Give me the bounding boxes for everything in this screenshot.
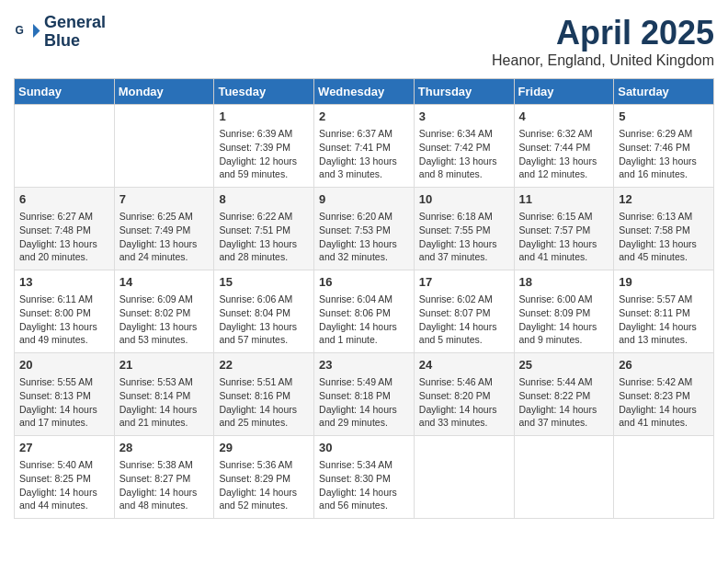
day-number: 14: [119, 274, 210, 291]
day-info: Sunrise: 6:02 AM: [419, 293, 509, 306]
day-number: 2: [319, 109, 409, 125]
calendar-cell: 29Sunrise: 5:36 AMSunset: 8:29 PMDayligh…: [214, 436, 314, 519]
day-info: Sunset: 8:25 PM: [19, 472, 109, 486]
calendar-cell: 25Sunrise: 5:44 AMSunset: 8:22 PMDayligh…: [514, 353, 614, 436]
day-info: Sunrise: 5:49 AM: [319, 375, 409, 389]
day-info: Sunset: 8:18 PM: [319, 389, 409, 403]
day-info: Daylight: 13 hours and 45 minutes.: [619, 237, 709, 264]
day-info: Sunrise: 6:09 AM: [119, 293, 210, 306]
calendar-header-row: SundayMondayTuesdayWednesdayThursdayFrid…: [15, 79, 714, 105]
day-number: 20: [19, 357, 109, 373]
calendar-cell: 21Sunrise: 5:53 AMSunset: 8:14 PMDayligh…: [114, 353, 214, 436]
calendar-cell: 23Sunrise: 5:49 AMSunset: 8:18 PMDayligh…: [314, 353, 415, 436]
day-info: Sunrise: 6:15 AM: [519, 210, 609, 224]
calendar-cell: [614, 436, 714, 519]
day-info: Sunrise: 5:55 AM: [19, 375, 109, 389]
calendar-cell: 14Sunrise: 6:09 AMSunset: 8:02 PMDayligh…: [114, 270, 214, 353]
day-info: Sunrise: 5:57 AM: [619, 293, 709, 306]
calendar-cell: [114, 105, 214, 188]
day-number: 27: [19, 440, 109, 456]
calendar-cell: 11Sunrise: 6:15 AMSunset: 7:57 PMDayligh…: [514, 188, 614, 270]
day-info: Sunrise: 6:39 AM: [219, 127, 309, 141]
day-number: 23: [319, 357, 409, 373]
day-info: Daylight: 14 hours and 52 minutes.: [219, 486, 309, 512]
day-number: 1: [219, 109, 309, 125]
day-number: 21: [119, 357, 210, 373]
day-info: Daylight: 14 hours and 21 minutes.: [119, 403, 210, 430]
calendar-cell: [514, 436, 614, 519]
day-info: Daylight: 13 hours and 12 minutes.: [519, 155, 609, 181]
logo: G General Blue: [14, 14, 106, 51]
calendar-cell: 12Sunrise: 6:13 AMSunset: 7:58 PMDayligh…: [614, 188, 714, 270]
day-info: Sunset: 8:29 PM: [219, 472, 309, 486]
day-info: Sunset: 8:11 PM: [619, 306, 709, 320]
day-info: Daylight: 14 hours and 5 minutes.: [419, 320, 509, 347]
day-info: Daylight: 13 hours and 16 minutes.: [619, 155, 709, 181]
day-number: 11: [519, 191, 609, 208]
day-number: 19: [619, 274, 709, 291]
day-info: Daylight: 13 hours and 49 minutes.: [19, 320, 109, 347]
day-info: Sunset: 8:16 PM: [219, 389, 309, 403]
day-info: Sunset: 7:46 PM: [619, 141, 709, 155]
calendar-cell: 10Sunrise: 6:18 AMSunset: 7:55 PMDayligh…: [414, 188, 514, 270]
calendar-cell: [414, 436, 514, 519]
day-info: Sunset: 8:14 PM: [119, 389, 210, 403]
day-number: 10: [419, 191, 509, 208]
calendar-cell: 8Sunrise: 6:22 AMSunset: 7:51 PMDaylight…: [214, 188, 314, 270]
day-info: Sunset: 8:07 PM: [419, 306, 509, 320]
day-info: Sunset: 8:23 PM: [619, 389, 709, 403]
calendar-cell: 17Sunrise: 6:02 AMSunset: 8:07 PMDayligh…: [414, 270, 514, 353]
header-saturday: Saturday: [614, 79, 714, 105]
day-info: Sunset: 7:49 PM: [119, 224, 210, 237]
day-info: Sunrise: 5:34 AM: [319, 458, 409, 472]
day-info: Sunrise: 6:22 AM: [219, 210, 309, 224]
day-number: 7: [119, 191, 210, 208]
day-info: Sunset: 8:04 PM: [219, 306, 309, 320]
calendar-cell: 2Sunrise: 6:37 AMSunset: 7:41 PMDaylight…: [314, 105, 415, 188]
calendar-cell: 27Sunrise: 5:40 AMSunset: 8:25 PMDayligh…: [15, 436, 115, 519]
calendar-cell: 16Sunrise: 6:04 AMSunset: 8:06 PMDayligh…: [314, 270, 415, 353]
header-friday: Friday: [514, 79, 614, 105]
day-number: 5: [619, 109, 709, 125]
day-info: Sunset: 7:55 PM: [419, 224, 509, 237]
day-info: Sunset: 7:42 PM: [419, 141, 509, 155]
day-info: Sunrise: 6:27 AM: [19, 210, 109, 224]
day-number: 24: [419, 357, 509, 373]
day-info: Sunrise: 6:34 AM: [419, 127, 509, 141]
location: Heanor, England, United Kingdom: [492, 52, 714, 69]
calendar-cell: 18Sunrise: 6:00 AMSunset: 8:09 PMDayligh…: [514, 270, 614, 353]
day-info: Sunrise: 6:04 AM: [319, 293, 409, 306]
title-block: April 2025 Heanor, England, United Kingd…: [492, 14, 714, 69]
day-info: Daylight: 14 hours and 56 minutes.: [319, 486, 409, 512]
calendar-cell: [15, 105, 115, 188]
day-info: Sunset: 7:53 PM: [319, 224, 409, 237]
day-number: 18: [519, 274, 609, 291]
calendar-week-row: 27Sunrise: 5:40 AMSunset: 8:25 PMDayligh…: [15, 436, 714, 519]
calendar-week-row: 1Sunrise: 6:39 AMSunset: 7:39 PMDaylight…: [15, 105, 714, 188]
day-info: Daylight: 14 hours and 44 minutes.: [19, 486, 109, 512]
day-info: Sunset: 8:02 PM: [119, 306, 210, 320]
day-info: Sunset: 8:09 PM: [519, 306, 609, 320]
header-wednesday: Wednesday: [314, 79, 415, 105]
day-info: Sunset: 8:20 PM: [419, 389, 509, 403]
day-number: 13: [19, 274, 109, 291]
calendar-cell: 5Sunrise: 6:29 AMSunset: 7:46 PMDaylight…: [614, 105, 714, 188]
day-info: Daylight: 13 hours and 57 minutes.: [219, 320, 309, 347]
day-info: Sunrise: 6:32 AM: [519, 127, 609, 141]
calendar-cell: 24Sunrise: 5:46 AMSunset: 8:20 PMDayligh…: [414, 353, 514, 436]
day-info: Sunrise: 6:18 AM: [419, 210, 509, 224]
day-info: Sunset: 7:41 PM: [319, 141, 409, 155]
day-number: 25: [519, 357, 609, 373]
month-title: April 2025: [492, 14, 714, 52]
calendar-week-row: 6Sunrise: 6:27 AMSunset: 7:48 PMDaylight…: [15, 188, 714, 270]
page-header: G General Blue April 2025 Heanor, Englan…: [14, 14, 714, 69]
day-info: Daylight: 13 hours and 20 minutes.: [19, 237, 109, 264]
day-info: Sunrise: 5:42 AM: [619, 375, 709, 389]
day-info: Sunrise: 6:37 AM: [319, 127, 409, 141]
day-number: 15: [219, 274, 309, 291]
day-info: Daylight: 13 hours and 37 minutes.: [419, 237, 509, 264]
header-sunday: Sunday: [15, 79, 115, 105]
day-number: 30: [319, 440, 409, 456]
day-number: 3: [419, 109, 509, 125]
day-info: Sunrise: 6:25 AM: [119, 210, 210, 224]
